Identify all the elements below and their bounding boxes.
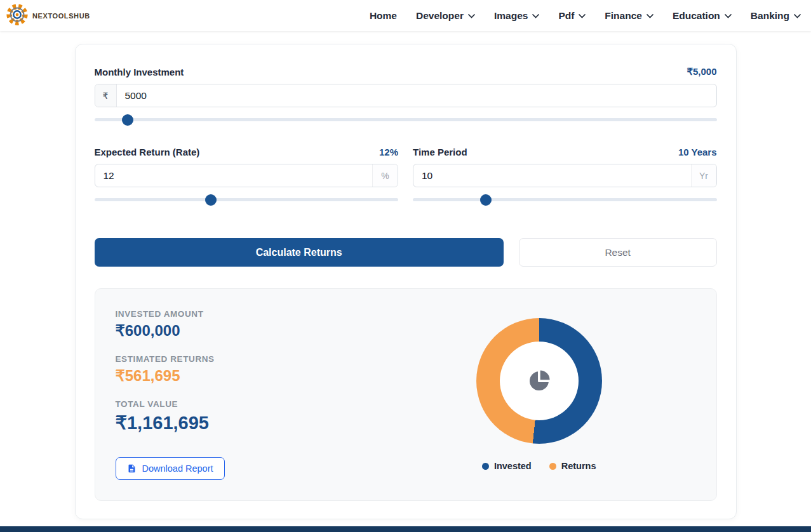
logo[interactable]: NEXTOOLSHUB [5, 3, 90, 29]
monthly-investment-display: ₹5,000 [687, 66, 716, 77]
chevron-down-icon [794, 14, 801, 18]
invested-amount-label: INVESTED AMOUNT [116, 309, 382, 319]
nav-item-developer[interactable]: Developer [416, 10, 475, 22]
top-nav: NEXTOOLSHUB Home Developer Images Pdf Fi… [0, 0, 811, 31]
invested-amount-stat: INVESTED AMOUNT ₹600,000 [116, 309, 382, 340]
estimated-returns-stat: ESTIMATED RETURNS ₹561,695 [116, 354, 382, 385]
reset-button[interactable]: Reset [519, 238, 717, 267]
nav-item-images[interactable]: Images [494, 10, 539, 22]
gear-logo-icon [5, 3, 29, 29]
results-summary: INVESTED AMOUNT ₹600,000 ESTIMATED RETUR… [116, 309, 382, 480]
document-download-icon [127, 463, 137, 474]
time-period-field: Time Period 10 Years Yr [413, 147, 717, 201]
total-value-stat: TOTAL VALUE ₹1,161,695 [116, 399, 382, 434]
expected-return-slider[interactable] [95, 198, 399, 201]
time-period-slider[interactable] [413, 198, 717, 201]
invested-legend-label: Invested [494, 461, 532, 471]
invested-legend-dot [482, 463, 489, 470]
monthly-investment-field: Monthly Investment ₹5,000 ₹ [95, 66, 717, 121]
time-period-input[interactable] [413, 164, 691, 187]
nav-item-label: Banking [751, 10, 789, 22]
nav-item-label: Finance [605, 10, 642, 22]
nav-item-finance[interactable]: Finance [605, 10, 653, 22]
nav-item-banking[interactable]: Banking [751, 10, 801, 22]
nav-item-pdf[interactable]: Pdf [558, 10, 586, 22]
nav-menu: Home Developer Images Pdf Finance Educat… [370, 10, 801, 22]
expected-return-label: Expected Return (Rate) [95, 147, 200, 157]
chart-area: Invested Returns [382, 309, 696, 480]
percent-suffix: % [372, 164, 398, 187]
results-panel: INVESTED AMOUNT ₹600,000 ESTIMATED RETUR… [95, 288, 717, 501]
nav-item-home[interactable]: Home [370, 10, 397, 22]
chevron-down-icon [725, 14, 732, 18]
time-period-label: Time Period [413, 147, 467, 157]
estimated-returns-label: ESTIMATED RETURNS [116, 354, 382, 364]
total-value-label: TOTAL VALUE [116, 399, 382, 409]
returns-legend-label: Returns [561, 461, 596, 471]
chevron-down-icon [468, 14, 475, 18]
pie-chart-icon [526, 368, 552, 394]
sip-calculator-card: Monthly Investment ₹5,000 ₹ Expected Ret… [75, 44, 737, 519]
rupee-prefix: ₹ [95, 84, 117, 107]
chart-legend: Invested Returns [482, 461, 596, 471]
nav-item-label: Education [673, 10, 720, 22]
nav-item-label: Developer [416, 10, 464, 22]
donut-chart [476, 318, 602, 444]
expected-return-input[interactable] [95, 164, 373, 187]
invested-amount-value: ₹600,000 [116, 322, 382, 340]
total-value-value: ₹1,161,695 [116, 412, 382, 434]
main-content: Monthly Investment ₹5,000 ₹ Expected Ret… [0, 44, 811, 519]
year-suffix: Yr [691, 164, 716, 187]
download-report-button[interactable]: Download Report [116, 457, 225, 480]
monthly-investment-input[interactable] [117, 84, 716, 107]
nav-item-label: Home [370, 10, 397, 22]
download-report-label: Download Report [142, 463, 213, 474]
monthly-investment-label: Monthly Investment [95, 67, 184, 77]
nav-item-education[interactable]: Education [673, 10, 732, 22]
nav-item-label: Images [494, 10, 528, 22]
expected-return-display: 12% [379, 147, 398, 157]
chevron-down-icon [532, 14, 539, 18]
footer-strip [0, 526, 811, 532]
calculate-returns-button[interactable]: Calculate Returns [95, 238, 504, 267]
estimated-returns-value: ₹561,695 [116, 367, 382, 385]
logo-text: NEXTOOLSHUB [32, 12, 90, 20]
monthly-investment-slider[interactable] [95, 118, 717, 121]
time-period-display: 10 Years [678, 147, 717, 157]
expected-return-field: Expected Return (Rate) 12% % [95, 147, 399, 201]
legend-item-returns: Returns [549, 461, 596, 471]
returns-legend-dot [549, 463, 556, 470]
nav-item-label: Pdf [558, 10, 574, 22]
legend-item-invested: Invested [482, 461, 532, 471]
donut-chart-hole [500, 342, 579, 420]
chevron-down-icon [579, 14, 586, 18]
chevron-down-icon [647, 14, 653, 18]
